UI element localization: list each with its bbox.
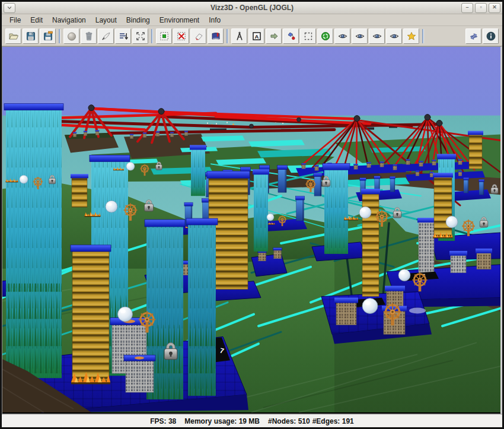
status-edges: #Edges: 191: [312, 417, 354, 425]
maximize-button[interactable]: ▫: [475, 3, 487, 13]
menu-info[interactable]: Info: [205, 15, 225, 25]
info-button[interactable]: [483, 28, 499, 44]
swap-arrows-icon: [468, 31, 479, 42]
save-floppy-icon: [25, 31, 36, 42]
save-button[interactable]: [23, 28, 39, 44]
toolbar: A: [2, 26, 502, 46]
labels-button[interactable]: A: [248, 28, 264, 44]
toolbar-separator: [151, 29, 153, 43]
scene-canvas[interactable]: 7: [2, 47, 500, 414]
paint-knife-icon: [101, 31, 111, 42]
window-title: Vizz3D - OpenGL (JOGL): [2, 4, 502, 12]
sphere-icon: [359, 206, 371, 218]
eye-icon: [337, 31, 348, 42]
green-node-box-icon: [159, 31, 170, 42]
forward-arrow-icon: [269, 31, 279, 42]
sphere-icon: [66, 31, 77, 42]
status-fps: FPS: 38: [150, 417, 176, 425]
eraser-icon: [193, 31, 204, 42]
visibility-2-button[interactable]: [352, 28, 368, 44]
insert-node-icon: [286, 31, 296, 42]
menu-bar: File Edit Navigation Layout Binding Envi…: [2, 14, 502, 26]
visibility-1-button[interactable]: [334, 28, 350, 44]
sort-bars-icon: [118, 31, 129, 42]
toolbar-separator: [227, 29, 228, 43]
manual-button[interactable]: [208, 28, 224, 44]
recycle-icon: [320, 31, 331, 42]
toolbar-separator: [422, 29, 424, 43]
red-x-box-icon: [176, 31, 187, 42]
favorites-button[interactable]: [403, 28, 419, 44]
eraser-button[interactable]: [190, 28, 206, 44]
sphere-icon: [446, 216, 458, 228]
info-icon: [486, 31, 496, 42]
toolbar-separator: [59, 29, 60, 43]
insert-node-button[interactable]: [283, 28, 299, 44]
menu-environment[interactable]: Environment: [155, 15, 203, 25]
menu-layout[interactable]: Layout: [91, 15, 121, 25]
paint-button[interactable]: [98, 28, 114, 44]
open-button[interactable]: [5, 28, 21, 44]
status-memory: Memory usage: 19 MB: [184, 417, 260, 425]
status-bar: FPS: 38 Memory usage: 19 MB #Nodes: 510 …: [2, 414, 502, 427]
sphere-icon: [126, 162, 135, 170]
selection-dashed-icon: [303, 31, 314, 42]
delete-button[interactable]: [81, 28, 97, 44]
menu-navigation[interactable]: Navigation: [48, 15, 90, 25]
visibility-3-button[interactable]: [369, 28, 385, 44]
minimize-button[interactable]: –: [461, 3, 473, 13]
reload-button[interactable]: [317, 28, 333, 44]
window-menu-button[interactable]: [4, 3, 15, 13]
eye-icon: [372, 31, 382, 42]
sky: [2, 47, 500, 120]
sphere-icon: [118, 307, 133, 322]
swap-buffers-button[interactable]: [465, 28, 481, 44]
sphere-icon: [398, 269, 410, 281]
open-folder-icon: [8, 31, 19, 42]
compass-icon: [234, 31, 245, 42]
sphere-icon: [267, 214, 274, 221]
book-icon: [210, 31, 221, 42]
sphere-icon: [106, 201, 117, 212]
fit-view-button[interactable]: [132, 28, 148, 44]
title-bar: Vizz3D - OpenGL (JOGL) – ▫ ✕: [2, 2, 502, 14]
sort-layers-button[interactable]: [115, 28, 131, 44]
save-as-floppy-icon: [43, 31, 53, 42]
sphere-icon: [362, 298, 378, 314]
chevron-down-icon: [7, 5, 12, 10]
3d-viewport[interactable]: 7: [2, 46, 502, 414]
menu-file[interactable]: File: [5, 15, 25, 25]
fit-corners-icon: [135, 31, 146, 42]
sphere-style-button[interactable]: [63, 28, 79, 44]
forward-button[interactable]: [266, 28, 282, 44]
svg-text:A: A: [254, 33, 259, 39]
save-as-button[interactable]: [40, 28, 56, 44]
visibility-4-button[interactable]: [386, 28, 402, 44]
app-window: Vizz3D - OpenGL (JOGL) – ▫ ✕ File Edit N…: [0, 0, 504, 429]
show-selection-button[interactable]: [156, 28, 172, 44]
star-icon: [406, 31, 417, 42]
compass-button[interactable]: [231, 28, 247, 44]
menu-edit[interactable]: Edit: [26, 15, 47, 25]
status-nodes: #Nodes: 510: [268, 417, 310, 425]
close-button[interactable]: ✕: [489, 3, 500, 13]
trash-icon: [84, 31, 94, 42]
remove-selection-button[interactable]: [173, 28, 189, 44]
sphere-icon: [20, 175, 28, 183]
eye-icon: [355, 31, 365, 42]
label-a-icon: A: [251, 31, 262, 42]
eye-icon: [389, 31, 400, 42]
menu-binding[interactable]: Binding: [122, 15, 154, 25]
select-region-button[interactable]: [300, 28, 316, 44]
